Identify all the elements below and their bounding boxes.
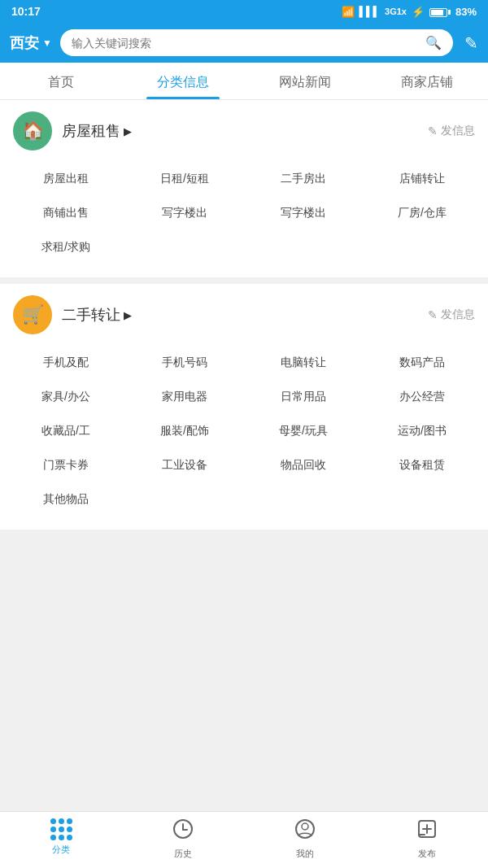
- bottom-nav-history-label: 历史: [174, 848, 192, 860]
- list-item[interactable]: 手机号码: [125, 346, 244, 380]
- house-rental-grid: 房屋出租 日租/短租 二手房出 店铺转让 商铺出售 写字楼出 写字楼出 厂房/仓…: [0, 162, 488, 264]
- list-item[interactable]: 求租/求购: [7, 230, 125, 264]
- list-item[interactable]: 设备租赁: [363, 448, 481, 482]
- list-item[interactable]: 家具/办公: [7, 380, 125, 414]
- bottom-nav: 分类 历史 我的: [0, 811, 488, 868]
- publish-icon: [416, 818, 438, 844]
- house-rental-post-label: 发信息: [441, 124, 475, 138]
- status-bar: 10:17 📶 ▌▌▌ 3G1x ⚡ 83%: [0, 0, 488, 23]
- battery-percent: 83%: [455, 6, 477, 18]
- list-item[interactable]: 门票卡券: [7, 448, 125, 482]
- list-item[interactable]: 收藏品/工: [7, 414, 125, 448]
- bottom-nav-publish[interactable]: 发布: [366, 818, 488, 860]
- secondhand-icon: 🛒: [13, 295, 52, 334]
- house-rental-header-left: 🏠 房屋租售 ▶: [13, 111, 132, 150]
- secondhand-post-info[interactable]: ✎ 发信息: [428, 308, 475, 322]
- list-item[interactable]: 母婴/玩具: [244, 414, 363, 448]
- house-rental-arrow: ▶: [124, 125, 132, 137]
- city-name: 西安: [10, 33, 39, 53]
- user-icon: [294, 818, 316, 844]
- wifi-icon: 📶: [342, 6, 355, 18]
- clock-icon: [172, 818, 194, 844]
- secondhand-post-edit-icon: ✎: [428, 308, 438, 321]
- list-item[interactable]: 工业设备: [125, 448, 244, 482]
- bottom-nav-profile-label: 我的: [296, 848, 314, 860]
- list-item[interactable]: 写字楼出: [244, 196, 363, 230]
- list-item[interactable]: 店铺转让: [363, 162, 481, 196]
- list-item[interactable]: 家用电器: [125, 380, 244, 414]
- bottom-nav-profile[interactable]: 我的: [244, 818, 366, 860]
- list-item[interactable]: 办公经营: [363, 380, 481, 414]
- search-icon: 🔍: [425, 35, 442, 50]
- list-item[interactable]: 其他物品: [7, 482, 125, 517]
- grid-icon: [50, 818, 72, 840]
- house-rental-post-info[interactable]: ✎ 发信息: [428, 124, 475, 138]
- charging-icon: ⚡: [412, 6, 425, 18]
- bottom-nav-category-label: 分类: [52, 844, 70, 856]
- bottom-nav-publish-label: 发布: [418, 848, 436, 860]
- list-item[interactable]: 二手房出: [244, 162, 363, 196]
- tab-site-news[interactable]: 网站新闻: [244, 63, 366, 99]
- house-rental-title[interactable]: 房屋租售 ▶: [62, 121, 132, 141]
- secondhand-header: 🛒 二手转让 ▶ ✎ 发信息: [0, 284, 488, 346]
- secondhand-grid: 手机及配 手机号码 电脑转让 数码产品 家具/办公 家用电器 日常用品 办公经营…: [0, 346, 488, 517]
- list-item[interactable]: 厂房/仓库: [363, 196, 481, 230]
- app-header: 西安 ▼ 🔍 ✎: [0, 23, 488, 63]
- search-input[interactable]: [72, 37, 419, 50]
- list-item[interactable]: 运动/图书: [363, 414, 481, 448]
- post-edit-icon: ✎: [428, 124, 438, 137]
- bottom-nav-category[interactable]: 分类: [0, 818, 122, 860]
- network-type: 3G1x: [385, 7, 407, 16]
- nav-tabs: 首页 分类信息 网站新闻 商家店铺: [0, 63, 488, 100]
- list-item[interactable]: 日常用品: [244, 380, 363, 414]
- list-item[interactable]: 数码产品: [363, 346, 481, 380]
- city-selector[interactable]: 西安 ▼: [10, 33, 52, 53]
- main-content: 🏠 房屋租售 ▶ ✎ 发信息 房屋出租 日租/短租 二手房出 店铺转让 商铺出售…: [0, 100, 488, 593]
- bottom-nav-history[interactable]: 历史: [122, 818, 244, 860]
- status-bar-left: 10:17: [11, 5, 41, 18]
- search-bar[interactable]: 🔍: [60, 29, 453, 56]
- list-item[interactable]: 电脑转让: [244, 346, 363, 380]
- tab-home[interactable]: 首页: [0, 63, 122, 99]
- signal-bars-icon: ▌▌▌: [359, 6, 381, 17]
- secondhand-post-label: 发信息: [441, 308, 475, 322]
- status-time: 10:17: [11, 5, 41, 18]
- list-item[interactable]: 日租/短租: [125, 162, 244, 196]
- city-dropdown-arrow: ▼: [42, 37, 52, 49]
- list-item[interactable]: 写字楼出: [125, 196, 244, 230]
- list-item[interactable]: 房屋出租: [7, 162, 125, 196]
- secondhand-header-left: 🛒 二手转让 ▶: [13, 295, 132, 334]
- tab-merchant-store[interactable]: 商家店铺: [366, 63, 488, 99]
- secondhand-arrow: ▶: [124, 309, 132, 321]
- house-rental-icon: 🏠: [13, 111, 52, 150]
- battery-icon: [429, 6, 451, 18]
- status-bar-right: 📶 ▌▌▌ 3G1x ⚡ 83%: [342, 6, 477, 18]
- svg-point-4: [302, 823, 308, 830]
- house-rental-section: 🏠 房屋租售 ▶ ✎ 发信息 房屋出租 日租/短租 二手房出 店铺转让 商铺出售…: [0, 100, 488, 277]
- list-item[interactable]: 物品回收: [244, 448, 363, 482]
- secondhand-title[interactable]: 二手转让 ▶: [62, 305, 132, 325]
- house-rental-header: 🏠 房屋租售 ▶ ✎ 发信息: [0, 100, 488, 162]
- tab-category-info[interactable]: 分类信息: [122, 63, 244, 99]
- secondhand-section: 🛒 二手转让 ▶ ✎ 发信息 手机及配 手机号码 电脑转让 数码产品 家具/办公…: [0, 284, 488, 530]
- compose-button[interactable]: ✎: [464, 33, 478, 53]
- list-item[interactable]: 商铺出售: [7, 196, 125, 230]
- list-item[interactable]: 手机及配: [7, 346, 125, 380]
- list-item[interactable]: 服装/配饰: [125, 414, 244, 448]
